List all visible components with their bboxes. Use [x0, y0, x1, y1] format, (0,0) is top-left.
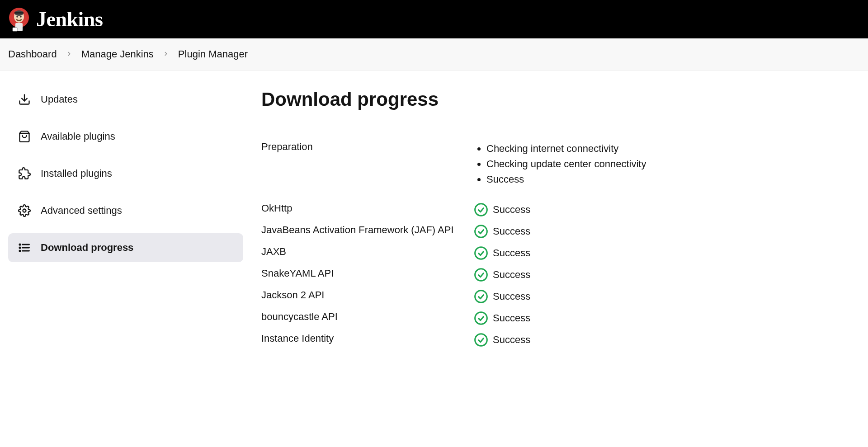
svg-point-9	[23, 209, 26, 212]
main-content: Download progress Preparation Checking i…	[261, 85, 860, 351]
list-icon	[18, 241, 31, 254]
progress-item: bouncycastle API Success	[261, 307, 860, 329]
puzzle-icon	[18, 167, 31, 180]
check-circle-icon	[474, 224, 488, 239]
svg-point-20	[475, 291, 487, 303]
svg-point-17	[475, 226, 487, 238]
breadcrumb: Dashboard Manage Jenkins Plugin Manager	[0, 38, 868, 71]
svg-point-15	[19, 250, 20, 251]
svg-point-21	[475, 312, 487, 325]
sidebar-item-updates[interactable]: Updates	[8, 85, 243, 114]
sidebar-item-label: Available plugins	[41, 131, 115, 142]
bag-icon	[18, 130, 31, 143]
progress-item-name: Instance Identity	[261, 333, 474, 344]
preparation-status: Checking internet connectivity Checking …	[474, 141, 646, 187]
svg-rect-3	[14, 12, 24, 14]
svg-point-22	[475, 334, 487, 346]
svg-point-13	[19, 244, 20, 245]
sidebar-item-label: Installed plugins	[41, 168, 112, 179]
page-title: Download progress	[261, 89, 860, 110]
sidebar-item-download-progress[interactable]: Download progress	[8, 233, 243, 262]
progress-item-name: bouncycastle API	[261, 311, 474, 323]
breadcrumb-item-manage[interactable]: Manage Jenkins	[81, 48, 154, 60]
chevron-right-icon	[66, 50, 72, 59]
status-text: Success	[493, 204, 530, 216]
progress-item: JavaBeans Activation Framework (JAF) API…	[261, 221, 860, 242]
svg-point-4	[16, 16, 18, 18]
sidebar-item-advanced[interactable]: Advanced settings	[8, 196, 243, 225]
progress-item-name: Jackson 2 API	[261, 289, 474, 301]
jenkins-logo-icon	[8, 7, 30, 32]
progress-item-status: Success	[474, 289, 530, 304]
sidebar-item-label: Advanced settings	[41, 205, 122, 216]
page-layout: Updates Available plugins Installed plug…	[0, 71, 868, 365]
sidebar-item-installed[interactable]: Installed plugins	[8, 159, 243, 188]
check-circle-icon	[474, 289, 488, 304]
status-text: Success	[493, 226, 530, 237]
progress-item-name: JavaBeans Activation Framework (JAF) API	[261, 224, 474, 236]
status-text: Success	[493, 269, 530, 281]
svg-point-5	[20, 16, 22, 18]
breadcrumb-item-dashboard[interactable]: Dashboard	[8, 48, 57, 60]
check-circle-icon	[474, 268, 488, 282]
sidebar-item-label: Updates	[41, 94, 78, 105]
preparation-steps: Checking internet connectivity Checking …	[474, 141, 646, 187]
brand[interactable]: Jenkins	[8, 7, 103, 32]
sidebar-item-label: Download progress	[41, 242, 133, 254]
prep-step: Checking update center connectivity	[486, 156, 646, 172]
progress-item-status: Success	[474, 224, 530, 239]
svg-point-18	[475, 247, 487, 259]
top-header: Jenkins	[0, 0, 868, 38]
progress-item-name: SnakeYAML API	[261, 268, 474, 279]
status-text: Success	[493, 334, 530, 346]
chevron-right-icon	[163, 50, 169, 59]
progress-item: OkHttp Success	[261, 199, 860, 221]
progress-item: JAXB Success	[261, 242, 860, 264]
progress-item-name: OkHttp	[261, 202, 474, 214]
check-circle-icon	[474, 246, 488, 260]
progress-item-status: Success	[474, 246, 530, 260]
progress-item-status: Success	[474, 268, 530, 282]
check-circle-icon	[474, 333, 488, 347]
sidebar: Updates Available plugins Installed plug…	[8, 85, 243, 351]
progress-item-status: Success	[474, 333, 530, 347]
download-icon	[18, 93, 31, 106]
sidebar-item-available[interactable]: Available plugins	[8, 122, 243, 151]
progress-item: SnakeYAML API Success	[261, 264, 860, 286]
prep-step: Checking internet connectivity	[486, 141, 646, 156]
progress-item-name: JAXB	[261, 246, 474, 258]
progress-table: Preparation Checking internet connectivi…	[261, 137, 860, 351]
preparation-row: Preparation Checking internet connectivi…	[261, 137, 860, 191]
svg-point-16	[475, 204, 487, 216]
status-text: Success	[493, 312, 530, 324]
brand-name: Jenkins	[36, 7, 103, 31]
check-circle-icon	[474, 311, 488, 325]
svg-point-19	[475, 269, 487, 281]
prep-step: Success	[486, 172, 646, 187]
progress-item: Instance Identity Success	[261, 329, 860, 351]
gear-icon	[18, 204, 31, 217]
breadcrumb-item-plugin-manager[interactable]: Plugin Manager	[178, 48, 248, 60]
check-circle-icon	[474, 202, 488, 217]
svg-rect-7	[13, 28, 17, 31]
progress-item: Jackson 2 API Success	[261, 286, 860, 307]
progress-item-status: Success	[474, 311, 530, 325]
progress-item-status: Success	[474, 202, 530, 217]
status-text: Success	[493, 247, 530, 259]
preparation-label: Preparation	[261, 141, 474, 153]
svg-point-14	[19, 247, 20, 248]
status-text: Success	[493, 291, 530, 302]
